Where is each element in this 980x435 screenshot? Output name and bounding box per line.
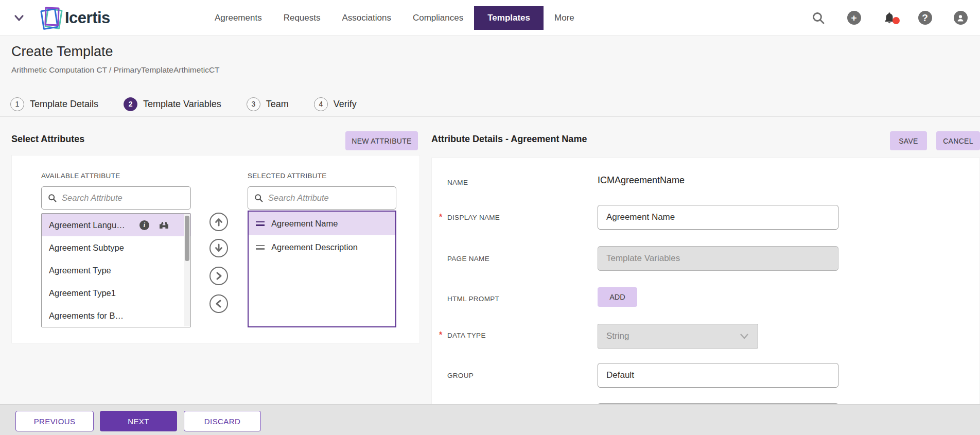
selected-attribute-label: SELECTED ATTRIBUTE <box>248 172 327 180</box>
move-down-button[interactable] <box>209 239 228 257</box>
chevron-left-icon <box>214 299 223 308</box>
arrow-down-icon <box>214 243 224 253</box>
top-navbar: Icertis Agreements Requests Associations… <box>0 0 980 36</box>
step-label: Verify <box>334 99 357 110</box>
list-item-agreement-description[interactable]: Agreement Description <box>249 235 395 259</box>
list-item-label: Agreement Description <box>271 242 358 252</box>
available-search-box <box>41 186 191 210</box>
list-item-agreement-name[interactable]: Agreement Name <box>249 212 395 235</box>
discard-button[interactable]: DISCARD <box>184 411 261 431</box>
previous-button[interactable]: PREVIOUS <box>15 411 94 431</box>
drag-handle-icon[interactable] <box>256 245 265 250</box>
search-icon <box>254 193 263 203</box>
list-item-label: Agreements for B… <box>49 311 124 321</box>
navbar-icon-group: + ? <box>811 0 968 36</box>
nav-item-agreements[interactable]: Agreements <box>204 6 273 30</box>
wizard-steps: 1 Template Details 2 Template Variables … <box>0 92 980 117</box>
name-value: ICMAgreementName <box>598 175 685 186</box>
step-template-details[interactable]: 1 Template Details <box>10 97 98 111</box>
add-icon[interactable]: + <box>847 11 861 25</box>
brand-name: Icertis <box>65 9 110 27</box>
drag-handle-icon[interactable] <box>256 221 265 226</box>
nav-item-associations[interactable]: Associations <box>331 6 402 30</box>
info-icon[interactable]: i <box>139 220 149 230</box>
list-item-label: Agreement Type <box>49 266 111 275</box>
field-label-page-name: * PAGE NAME <box>439 255 489 263</box>
chevron-down-icon[interactable] <box>12 11 26 25</box>
step-number: 3 <box>247 97 260 111</box>
page-name-input <box>598 246 838 271</box>
profile-icon[interactable] <box>953 11 968 25</box>
select-attributes-panel: AVAILABLE ATTRIBUTE Agreement Langu… i A… <box>11 155 420 343</box>
list-item-agreements-for-b[interactable]: Agreements for B… <box>42 304 190 327</box>
field-label-name: * NAME <box>439 179 468 186</box>
step-verify[interactable]: 4 Verify <box>314 97 357 111</box>
step-number: 1 <box>10 97 24 111</box>
notifications-icon[interactable] <box>882 11 897 25</box>
list-item-label: Agreement Subtype <box>49 243 124 253</box>
data-type-select: String <box>598 324 758 349</box>
field-label-group: * GROUP <box>439 372 474 379</box>
find-icon[interactable] <box>158 221 170 230</box>
nav-item-compliances[interactable]: Compliances <box>402 6 474 30</box>
attribute-details-panel: * NAME ICMAgreementName * DISPLAY NAME *… <box>431 158 980 435</box>
group-input[interactable] <box>598 363 838 388</box>
page-header: Create Template Arithmetic Computation C… <box>0 36 980 92</box>
display-name-input[interactable] <box>598 205 838 230</box>
create-template-page: Icertis Agreements Requests Associations… <box>0 0 980 435</box>
nav-item-requests[interactable]: Requests <box>273 6 331 30</box>
main-menu: Agreements Requests Associations Complia… <box>204 0 585 36</box>
selected-attribute-list: Agreement Name Agreement Description <box>248 211 396 327</box>
move-right-button[interactable] <box>209 267 228 285</box>
search-icon <box>48 193 57 203</box>
step-number: 4 <box>314 97 328 111</box>
step-label: Template Details <box>30 99 98 110</box>
required-asterisk: * <box>439 214 447 220</box>
step-team[interactable]: 3 Team <box>247 97 289 111</box>
step-template-variables[interactable]: 2 Template Variables <box>124 97 221 111</box>
chevron-down-icon <box>739 333 749 340</box>
list-item-label: Agreement Type1 <box>49 288 116 298</box>
data-type-value: String <box>606 331 629 341</box>
field-label-display-name: * DISPLAY NAME <box>439 214 500 221</box>
selected-search-box <box>248 186 396 210</box>
help-icon[interactable]: ? <box>918 11 932 25</box>
cancel-button[interactable]: CANCEL <box>936 131 980 150</box>
add-html-prompt-button[interactable]: ADD <box>598 287 637 307</box>
required-asterisk: * <box>439 332 447 338</box>
list-item-agreement-type1[interactable]: Agreement Type1 <box>42 282 190 304</box>
wizard-footer: PREVIOUS NEXT DISCARD <box>0 404 980 435</box>
step-label: Team <box>266 99 289 110</box>
list-item-agreement-language[interactable]: Agreement Langu… i <box>42 214 190 236</box>
save-button[interactable]: SAVE <box>890 131 927 150</box>
list-scrollbar[interactable] <box>184 214 190 326</box>
select-attributes-title: Select Attributes <box>11 134 84 145</box>
move-up-button[interactable] <box>209 213 228 231</box>
step-number: 2 <box>124 97 137 111</box>
step-label: Template Variables <box>143 99 221 110</box>
transfer-controls <box>209 213 228 313</box>
nav-item-templates[interactable]: Templates <box>474 6 544 30</box>
list-item-label: Agreement Langu… <box>49 220 125 230</box>
move-left-button[interactable] <box>209 294 228 313</box>
new-attribute-button[interactable]: NEW ATTRIBUTE <box>345 131 418 150</box>
list-item-agreement-subtype[interactable]: Agreement Subtype <box>42 236 190 259</box>
scrollbar-thumb[interactable] <box>185 216 189 261</box>
available-search-input[interactable] <box>62 193 184 203</box>
nav-item-more[interactable]: More <box>544 6 585 30</box>
available-attribute-list: Agreement Langu… i Agreement Subtype Agr… <box>41 213 191 327</box>
chevron-right-icon <box>214 271 223 281</box>
field-label-html-prompt: * HTML PROMPT <box>439 295 499 303</box>
search-icon[interactable] <box>811 11 826 25</box>
icertis-logo-icon <box>40 6 64 30</box>
list-item-label: Agreement Name <box>271 219 338 229</box>
field-label-data-type: * DATA TYPE <box>439 332 486 339</box>
page-title: Create Template <box>11 44 113 60</box>
selected-search-input[interactable] <box>268 193 390 203</box>
list-item-agreement-type[interactable]: Agreement Type <box>42 259 190 282</box>
breadcrumb: Arithmetic Computation CT / PrimaryTempl… <box>11 65 220 75</box>
icertis-logo[interactable]: Icertis <box>40 5 110 31</box>
arrow-up-icon <box>214 217 224 227</box>
next-button[interactable]: NEXT <box>100 411 177 431</box>
notification-badge <box>892 17 900 24</box>
